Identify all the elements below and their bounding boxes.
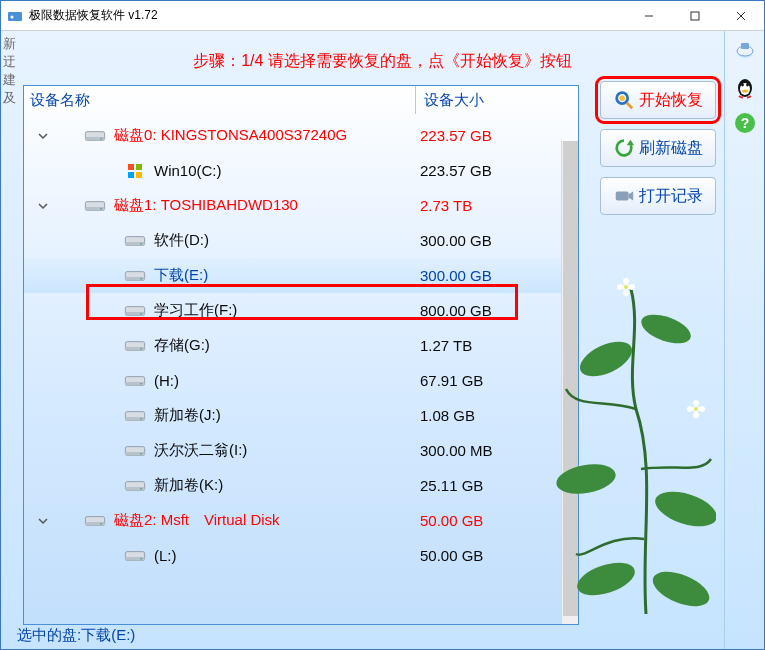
svg-point-1	[11, 15, 14, 18]
svg-point-30	[140, 382, 142, 384]
help-icon[interactable]: ?	[731, 109, 759, 137]
disk-row[interactable]: 磁盘0: KINGSTONSA400S37240G223.57 GB	[24, 118, 578, 153]
svg-point-78	[693, 400, 699, 406]
column-size-header[interactable]: 设备大小	[416, 91, 484, 110]
svg-point-70	[617, 284, 623, 290]
svg-rect-50	[616, 191, 629, 200]
drive-icon	[124, 442, 146, 460]
volume-row[interactable]: 学习工作(F:)800.00 GB	[24, 293, 578, 328]
svg-rect-3	[691, 12, 699, 20]
left-gutter-text: 新迂建及	[1, 31, 17, 649]
drive-icon	[84, 127, 106, 145]
refresh-disks-button[interactable]: 刷新磁盘	[600, 129, 716, 167]
svg-point-79	[694, 407, 698, 411]
row-size: 223.57 GB	[420, 162, 492, 179]
row-name: 沃尔沃二翁(I:)	[154, 441, 247, 460]
column-name-header[interactable]: 设备名称	[24, 86, 416, 114]
row-size: 2.73 TB	[420, 197, 472, 214]
content-area: 新迂建及 步骤：1/4 请选择需要恢复的盘，点《开始恢复》按钮 设备名称 设备大…	[1, 31, 764, 649]
maximize-button[interactable]	[672, 1, 718, 31]
refresh-icon	[613, 137, 635, 159]
disk-row[interactable]: 磁盘1: TOSHIBAHDWD1302.73 TB	[24, 188, 578, 223]
chevron-down-icon[interactable]	[32, 516, 54, 526]
svg-point-59	[742, 89, 748, 92]
vertical-scrollbar[interactable]	[561, 141, 578, 624]
row-name: 学习工作(F:)	[154, 301, 237, 320]
drive-icon	[84, 512, 106, 530]
row-name: 新加卷(K:)	[154, 476, 223, 495]
svg-point-15	[100, 207, 102, 209]
svg-point-33	[140, 417, 142, 419]
right-tool-strip: ?	[724, 31, 764, 649]
svg-point-57	[741, 84, 744, 87]
svg-marker-49	[627, 140, 634, 146]
svg-point-63	[637, 309, 694, 349]
svg-point-66	[573, 556, 639, 601]
column-headers: 设备名称 设备大小	[24, 86, 578, 114]
row-size: 1.08 GB	[420, 407, 475, 424]
row-size: 300.00 GB	[420, 232, 492, 249]
svg-rect-10	[136, 164, 142, 170]
volume-row[interactable]: 软件(D:)300.00 GB	[24, 223, 578, 258]
chevron-down-icon[interactable]	[32, 131, 54, 141]
window-controls	[626, 1, 764, 31]
svg-point-24	[140, 312, 142, 314]
svg-point-74	[693, 406, 699, 412]
row-name: 下载(E:)	[154, 266, 208, 285]
minimize-button[interactable]	[626, 1, 672, 31]
volume-row[interactable]: 下载(E:)300.00 GB	[24, 258, 578, 293]
svg-point-8	[100, 137, 102, 139]
svg-point-48	[619, 95, 625, 101]
drive-icon	[124, 337, 146, 355]
qq-icon[interactable]	[731, 73, 759, 101]
start-recover-button[interactable]: 开始恢复	[600, 81, 716, 119]
volume-row[interactable]: Win10(C:)223.57 GB	[24, 153, 578, 188]
row-name: 磁盘2: Msft Virtual Disk	[114, 511, 280, 530]
volume-row[interactable]: 新加卷(K:)25.11 GB	[24, 468, 578, 503]
row-name: Win10(C:)	[154, 162, 222, 179]
svg-point-18	[140, 242, 142, 244]
volume-row[interactable]: 沃尔沃二翁(I:)300.00 MB	[24, 433, 578, 468]
row-size: 800.00 GB	[420, 302, 492, 319]
strip-icon-1[interactable]	[731, 37, 759, 65]
camera-log-icon	[613, 185, 635, 207]
svg-point-75	[699, 406, 705, 412]
row-name: 磁盘0: KINGSTONSA400S37240G	[114, 126, 347, 145]
svg-point-67	[648, 565, 714, 613]
svg-rect-0	[8, 12, 22, 21]
status-bar: 选中的盘:下载(E:)	[17, 626, 135, 645]
svg-text:?: ?	[740, 115, 749, 131]
side-buttons: 开始恢复 刷新磁盘 打开记录	[600, 81, 716, 225]
open-log-button[interactable]: 打开记录	[600, 177, 716, 215]
drive-icon	[124, 547, 146, 565]
svg-rect-54	[741, 43, 749, 49]
drive-icon	[124, 372, 146, 390]
windows-logo-icon	[124, 162, 146, 180]
status-prefix: 选中的盘:	[17, 626, 81, 643]
drive-icon	[124, 407, 146, 425]
volume-row[interactable]: 新加卷(J:)1.08 GB	[24, 398, 578, 433]
refresh-disks-label: 刷新磁盘	[639, 138, 703, 159]
row-name: (L:)	[154, 547, 177, 564]
svg-point-58	[746, 84, 749, 87]
svg-point-36	[140, 452, 142, 454]
title-bar: 极限数据恢复软件 v1.72	[1, 1, 764, 31]
svg-point-65	[651, 485, 716, 533]
start-recover-label: 开始恢复	[639, 90, 703, 111]
svg-point-68	[623, 284, 629, 290]
row-size: 50.00 GB	[420, 547, 483, 564]
volume-row[interactable]: 存储(G:)1.27 TB	[24, 328, 578, 363]
scrollbar-thumb[interactable]	[563, 141, 578, 616]
svg-point-72	[623, 278, 629, 284]
volume-row[interactable]: (H:)67.91 GB	[24, 363, 578, 398]
drive-icon	[124, 302, 146, 320]
svg-point-21	[140, 277, 142, 279]
chevron-down-icon[interactable]	[32, 201, 54, 211]
row-size: 50.00 GB	[420, 512, 483, 529]
app-window: 极限数据恢复软件 v1.72 新迂建及 步骤：1/4 请选择需要恢复的盘，点《开…	[0, 0, 765, 650]
close-button[interactable]	[718, 1, 764, 31]
volume-row[interactable]: (L:)50.00 GB	[24, 538, 578, 573]
svg-rect-12	[136, 172, 142, 178]
row-size: 300.00 MB	[420, 442, 493, 459]
disk-row[interactable]: 磁盘2: Msft Virtual Disk50.00 GB	[24, 503, 578, 538]
